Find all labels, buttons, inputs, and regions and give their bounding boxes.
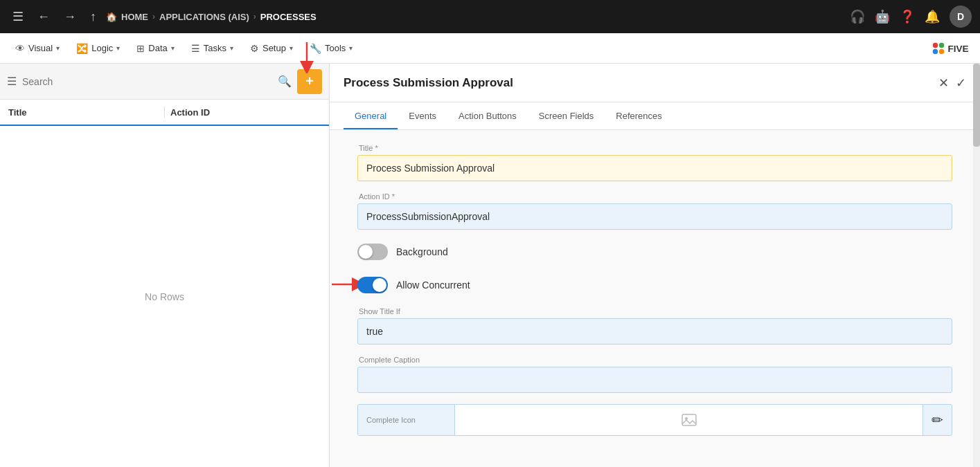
background-toggle[interactable]	[357, 244, 388, 260]
show-title-if-label: Show Title If	[357, 307, 952, 315]
top-nav-right: 🎧 🤖 ❓ 🔔 D	[850, 6, 972, 28]
menu-visual[interactable]: 👁 Visual ▾	[8, 39, 66, 58]
title-label: Title *	[357, 144, 952, 152]
tab-action-buttons[interactable]: Action Buttons	[447, 102, 528, 129]
breadcrumb-sep-2: ›	[253, 12, 256, 21]
search-button[interactable]: 🔍	[278, 75, 292, 88]
setup-icon: ⚙	[250, 43, 259, 54]
no-rows-message: No Rows	[145, 291, 184, 302]
image-placeholder-icon	[681, 412, 697, 428]
hamburger-icon[interactable]: ☰	[8, 6, 28, 27]
tab-action-buttons-label: Action Buttons	[458, 111, 517, 121]
back-icon[interactable]: ←	[33, 7, 54, 27]
table-header: Title Action ID	[0, 100, 329, 126]
col-divider	[164, 107, 165, 118]
title-field: Title *	[357, 144, 952, 181]
close-button[interactable]: ✕	[938, 75, 949, 91]
tools-arrow: ▾	[349, 44, 353, 52]
col-action-id: Action ID	[170, 107, 321, 118]
home-icon: 🏠	[106, 12, 117, 22]
data-icon: ⊞	[136, 43, 145, 54]
data-label: Data	[148, 43, 167, 53]
right-panel: Process Submission Approval ✕ ✓ General …	[330, 64, 980, 467]
help-icon[interactable]: ❓	[900, 9, 915, 24]
action-id-field: Action ID *	[357, 192, 952, 230]
action-id-label: Action ID *	[357, 192, 952, 201]
tab-screen-fields-label: Screen Fields	[539, 111, 594, 121]
svg-text:FIVE: FIVE	[948, 44, 969, 54]
tools-icon: 🔧	[310, 43, 321, 54]
menu-tools[interactable]: 🔧 Tools ▾	[303, 39, 359, 58]
tab-events[interactable]: Events	[398, 102, 447, 129]
visual-label: Visual	[28, 43, 53, 53]
search-bar: ☰ 🔍 +	[0, 64, 329, 100]
logic-arrow: ▾	[116, 44, 120, 52]
complete-icon-edit-button[interactable]: ✏	[923, 405, 952, 435]
table-empty: No Rows	[0, 126, 329, 467]
main-layout: ☰ 🔍 + Title Action ID	[0, 64, 980, 467]
filter-icon: ☰	[7, 75, 17, 88]
action-id-input[interactable]	[357, 203, 952, 230]
allow-concurrent-toggle-label: Allow Concurrent	[396, 280, 470, 291]
tab-references-label: References	[616, 111, 661, 121]
tab-screen-fields[interactable]: Screen Fields	[528, 102, 605, 129]
tasks-arrow: ▾	[230, 44, 233, 52]
breadcrumb-sep-1: ›	[152, 12, 155, 21]
tab-general[interactable]: General	[344, 102, 398, 129]
complete-icon-field: Complete Icon ✏	[357, 404, 952, 436]
panel-header: Process Submission Approval ✕ ✓	[330, 64, 980, 102]
breadcrumb-current[interactable]: PROCESSES	[260, 12, 317, 22]
tab-references[interactable]: References	[605, 102, 672, 129]
breadcrumb-apps[interactable]: APPLICATIONS (AIS)	[159, 12, 249, 22]
add-button-wrapper: +	[297, 69, 322, 94]
svg-point-3	[939, 48, 945, 54]
visual-arrow: ▾	[56, 44, 60, 52]
logic-icon: 🔀	[76, 43, 88, 54]
allow-concurrent-toggle-knob	[373, 278, 386, 292]
complete-icon-label: Complete Icon	[366, 416, 416, 424]
show-title-if-field: Show Title If	[357, 307, 952, 345]
top-nav: ☰ ← → ↑ 🏠 HOME › APPLICATIONS (AIS) › PR…	[0, 0, 980, 33]
logic-label: Logic	[91, 43, 113, 53]
menu-setup[interactable]: ⚙ Setup ▾	[243, 39, 300, 58]
menu-logic[interactable]: 🔀 Logic ▾	[69, 39, 127, 58]
complete-caption-input[interactable]	[357, 367, 952, 393]
scrollbar-track	[973, 64, 980, 467]
menu-bar: 👁 Visual ▾ 🔀 Logic ▾ ⊞ Data ▾ ☰ Tasks ▾ …	[0, 33, 980, 64]
avatar[interactable]: D	[950, 6, 972, 28]
data-arrow: ▾	[171, 44, 175, 52]
svg-point-0	[933, 42, 938, 48]
scrollbar-thumb[interactable]	[973, 64, 980, 147]
left-panel: ☰ 🔍 + Title Action ID	[0, 64, 330, 467]
up-icon[interactable]: ↑	[86, 7, 100, 27]
menu-data[interactable]: ⊞ Data ▾	[130, 39, 181, 58]
search-input[interactable]	[22, 76, 272, 87]
show-title-if-input[interactable]	[357, 318, 952, 345]
svg-point-2	[933, 48, 938, 54]
background-toggle-knob	[359, 245, 373, 259]
robot-icon[interactable]: 🤖	[875, 9, 890, 24]
menu-tasks[interactable]: ☰ Tasks ▾	[184, 39, 240, 58]
visual-icon: 👁	[15, 43, 25, 54]
breadcrumb: 🏠 HOME › APPLICATIONS (AIS) › PROCESSES	[106, 12, 317, 22]
tools-label: Tools	[325, 43, 346, 53]
forward-icon[interactable]: →	[60, 7, 80, 27]
setup-label: Setup	[262, 43, 286, 53]
tasks-icon: ☰	[191, 43, 200, 54]
title-input[interactable]	[357, 155, 952, 181]
check-button[interactable]: ✓	[956, 75, 966, 91]
add-button[interactable]: +	[297, 69, 322, 94]
svg-rect-7	[682, 414, 696, 425]
breadcrumb-home[interactable]: HOME	[121, 12, 148, 22]
headset-icon[interactable]: 🎧	[850, 9, 865, 24]
tasks-label: Tasks	[204, 43, 226, 53]
tabs: General Events Action Buttons Screen Fie…	[330, 102, 980, 130]
form-content: Title * Action ID * Background	[330, 130, 980, 467]
complete-icon-label-cell: Complete Icon	[358, 405, 455, 435]
allow-concurrent-toggle[interactable]	[357, 277, 388, 293]
notifications-icon[interactable]: 🔔	[925, 9, 940, 24]
complete-caption-label: Complete Caption	[357, 356, 952, 364]
complete-caption-field: Complete Caption	[357, 356, 952, 393]
svg-point-1	[939, 42, 945, 48]
complete-icon-row: Complete Icon ✏	[357, 404, 952, 436]
